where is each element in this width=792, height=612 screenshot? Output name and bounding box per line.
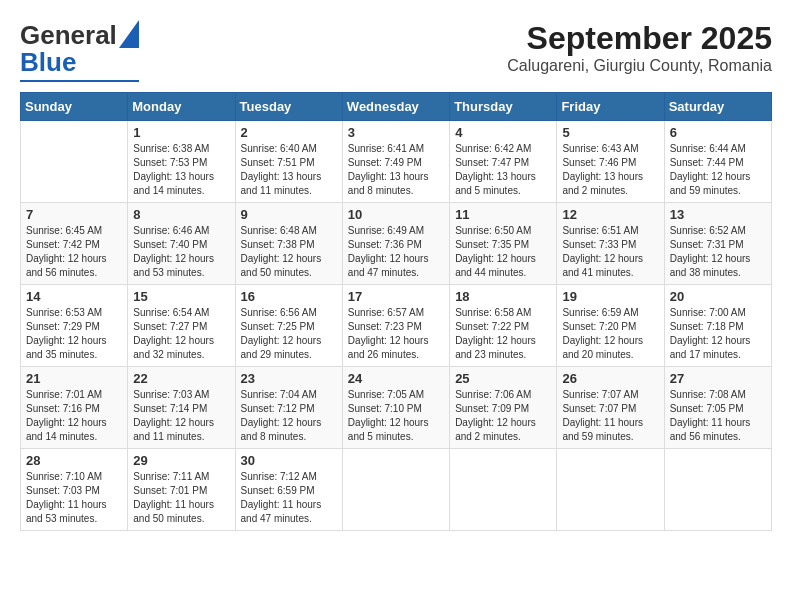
calendar-cell: 28Sunrise: 7:10 AM Sunset: 7:03 PM Dayli… bbox=[21, 449, 128, 531]
calendar-cell bbox=[21, 121, 128, 203]
day-detail: Sunrise: 6:45 AM Sunset: 7:42 PM Dayligh… bbox=[26, 224, 122, 280]
calendar-cell bbox=[342, 449, 449, 531]
calendar-cell: 24Sunrise: 7:05 AM Sunset: 7:10 PM Dayli… bbox=[342, 367, 449, 449]
calendar-cell: 10Sunrise: 6:49 AM Sunset: 7:36 PM Dayli… bbox=[342, 203, 449, 285]
calendar-cell: 4Sunrise: 6:42 AM Sunset: 7:47 PM Daylig… bbox=[450, 121, 557, 203]
calendar-table: SundayMondayTuesdayWednesdayThursdayFrid… bbox=[20, 92, 772, 531]
day-number: 5 bbox=[562, 125, 658, 140]
column-header-wednesday: Wednesday bbox=[342, 93, 449, 121]
calendar-cell bbox=[557, 449, 664, 531]
day-detail: Sunrise: 6:50 AM Sunset: 7:35 PM Dayligh… bbox=[455, 224, 551, 280]
day-number: 11 bbox=[455, 207, 551, 222]
day-number: 30 bbox=[241, 453, 337, 468]
calendar-cell: 27Sunrise: 7:08 AM Sunset: 7:05 PM Dayli… bbox=[664, 367, 771, 449]
calendar-cell: 16Sunrise: 6:56 AM Sunset: 7:25 PM Dayli… bbox=[235, 285, 342, 367]
day-detail: Sunrise: 7:00 AM Sunset: 7:18 PM Dayligh… bbox=[670, 306, 766, 362]
day-detail: Sunrise: 7:07 AM Sunset: 7:07 PM Dayligh… bbox=[562, 388, 658, 444]
logo-blue: Blue bbox=[20, 47, 76, 78]
day-detail: Sunrise: 6:52 AM Sunset: 7:31 PM Dayligh… bbox=[670, 224, 766, 280]
calendar-cell: 2Sunrise: 6:40 AM Sunset: 7:51 PM Daylig… bbox=[235, 121, 342, 203]
logo: General Blue bbox=[20, 20, 139, 82]
day-detail: Sunrise: 6:53 AM Sunset: 7:29 PM Dayligh… bbox=[26, 306, 122, 362]
calendar-cell: 19Sunrise: 6:59 AM Sunset: 7:20 PM Dayli… bbox=[557, 285, 664, 367]
day-detail: Sunrise: 7:12 AM Sunset: 6:59 PM Dayligh… bbox=[241, 470, 337, 526]
calendar-cell: 1Sunrise: 6:38 AM Sunset: 7:53 PM Daylig… bbox=[128, 121, 235, 203]
week-row-4: 21Sunrise: 7:01 AM Sunset: 7:16 PM Dayli… bbox=[21, 367, 772, 449]
day-number: 1 bbox=[133, 125, 229, 140]
week-row-1: 1Sunrise: 6:38 AM Sunset: 7:53 PM Daylig… bbox=[21, 121, 772, 203]
day-detail: Sunrise: 6:57 AM Sunset: 7:23 PM Dayligh… bbox=[348, 306, 444, 362]
calendar-cell bbox=[450, 449, 557, 531]
column-header-thursday: Thursday bbox=[450, 93, 557, 121]
day-detail: Sunrise: 6:49 AM Sunset: 7:36 PM Dayligh… bbox=[348, 224, 444, 280]
day-number: 25 bbox=[455, 371, 551, 386]
day-detail: Sunrise: 7:05 AM Sunset: 7:10 PM Dayligh… bbox=[348, 388, 444, 444]
logo-triangle-icon bbox=[119, 20, 139, 48]
day-detail: Sunrise: 6:51 AM Sunset: 7:33 PM Dayligh… bbox=[562, 224, 658, 280]
day-number: 8 bbox=[133, 207, 229, 222]
calendar-cell: 23Sunrise: 7:04 AM Sunset: 7:12 PM Dayli… bbox=[235, 367, 342, 449]
day-number: 13 bbox=[670, 207, 766, 222]
day-number: 14 bbox=[26, 289, 122, 304]
day-number: 23 bbox=[241, 371, 337, 386]
calendar-cell: 20Sunrise: 7:00 AM Sunset: 7:18 PM Dayli… bbox=[664, 285, 771, 367]
day-number: 17 bbox=[348, 289, 444, 304]
page-header: General Blue September 2025 Calugareni, … bbox=[20, 20, 772, 82]
day-detail: Sunrise: 6:48 AM Sunset: 7:38 PM Dayligh… bbox=[241, 224, 337, 280]
day-number: 21 bbox=[26, 371, 122, 386]
day-detail: Sunrise: 6:43 AM Sunset: 7:46 PM Dayligh… bbox=[562, 142, 658, 198]
column-header-friday: Friday bbox=[557, 93, 664, 121]
calendar-header-row: SundayMondayTuesdayWednesdayThursdayFrid… bbox=[21, 93, 772, 121]
calendar-cell: 14Sunrise: 6:53 AM Sunset: 7:29 PM Dayli… bbox=[21, 285, 128, 367]
day-number: 15 bbox=[133, 289, 229, 304]
day-number: 4 bbox=[455, 125, 551, 140]
day-detail: Sunrise: 6:54 AM Sunset: 7:27 PM Dayligh… bbox=[133, 306, 229, 362]
day-number: 18 bbox=[455, 289, 551, 304]
column-header-sunday: Sunday bbox=[21, 93, 128, 121]
calendar-cell: 21Sunrise: 7:01 AM Sunset: 7:16 PM Dayli… bbox=[21, 367, 128, 449]
logo-underline bbox=[20, 80, 139, 82]
day-number: 22 bbox=[133, 371, 229, 386]
calendar-cell: 5Sunrise: 6:43 AM Sunset: 7:46 PM Daylig… bbox=[557, 121, 664, 203]
day-number: 2 bbox=[241, 125, 337, 140]
calendar-cell: 22Sunrise: 7:03 AM Sunset: 7:14 PM Dayli… bbox=[128, 367, 235, 449]
calendar-cell: 30Sunrise: 7:12 AM Sunset: 6:59 PM Dayli… bbox=[235, 449, 342, 531]
day-number: 9 bbox=[241, 207, 337, 222]
day-number: 27 bbox=[670, 371, 766, 386]
day-detail: Sunrise: 6:59 AM Sunset: 7:20 PM Dayligh… bbox=[562, 306, 658, 362]
day-detail: Sunrise: 6:40 AM Sunset: 7:51 PM Dayligh… bbox=[241, 142, 337, 198]
day-detail: Sunrise: 6:58 AM Sunset: 7:22 PM Dayligh… bbox=[455, 306, 551, 362]
day-number: 24 bbox=[348, 371, 444, 386]
day-detail: Sunrise: 7:01 AM Sunset: 7:16 PM Dayligh… bbox=[26, 388, 122, 444]
day-detail: Sunrise: 6:46 AM Sunset: 7:40 PM Dayligh… bbox=[133, 224, 229, 280]
calendar-cell: 8Sunrise: 6:46 AM Sunset: 7:40 PM Daylig… bbox=[128, 203, 235, 285]
column-header-saturday: Saturday bbox=[664, 93, 771, 121]
day-detail: Sunrise: 6:41 AM Sunset: 7:49 PM Dayligh… bbox=[348, 142, 444, 198]
day-number: 26 bbox=[562, 371, 658, 386]
calendar-cell: 13Sunrise: 6:52 AM Sunset: 7:31 PM Dayli… bbox=[664, 203, 771, 285]
calendar-cell: 11Sunrise: 6:50 AM Sunset: 7:35 PM Dayli… bbox=[450, 203, 557, 285]
calendar-cell: 29Sunrise: 7:11 AM Sunset: 7:01 PM Dayli… bbox=[128, 449, 235, 531]
calendar-cell: 25Sunrise: 7:06 AM Sunset: 7:09 PM Dayli… bbox=[450, 367, 557, 449]
day-number: 6 bbox=[670, 125, 766, 140]
day-number: 12 bbox=[562, 207, 658, 222]
calendar-cell bbox=[664, 449, 771, 531]
week-row-5: 28Sunrise: 7:10 AM Sunset: 7:03 PM Dayli… bbox=[21, 449, 772, 531]
day-number: 28 bbox=[26, 453, 122, 468]
day-number: 29 bbox=[133, 453, 229, 468]
day-detail: Sunrise: 6:56 AM Sunset: 7:25 PM Dayligh… bbox=[241, 306, 337, 362]
day-number: 16 bbox=[241, 289, 337, 304]
day-number: 10 bbox=[348, 207, 444, 222]
column-header-tuesday: Tuesday bbox=[235, 93, 342, 121]
day-number: 7 bbox=[26, 207, 122, 222]
calendar-cell: 17Sunrise: 6:57 AM Sunset: 7:23 PM Dayli… bbox=[342, 285, 449, 367]
title-block: September 2025 Calugareni, Giurgiu Count… bbox=[507, 20, 772, 75]
svg-marker-0 bbox=[119, 20, 139, 48]
day-detail: Sunrise: 7:10 AM Sunset: 7:03 PM Dayligh… bbox=[26, 470, 122, 526]
calendar-cell: 3Sunrise: 6:41 AM Sunset: 7:49 PM Daylig… bbox=[342, 121, 449, 203]
calendar-cell: 26Sunrise: 7:07 AM Sunset: 7:07 PM Dayli… bbox=[557, 367, 664, 449]
day-number: 20 bbox=[670, 289, 766, 304]
page-subtitle: Calugareni, Giurgiu County, Romania bbox=[507, 57, 772, 75]
day-detail: Sunrise: 6:44 AM Sunset: 7:44 PM Dayligh… bbox=[670, 142, 766, 198]
calendar-cell: 18Sunrise: 6:58 AM Sunset: 7:22 PM Dayli… bbox=[450, 285, 557, 367]
